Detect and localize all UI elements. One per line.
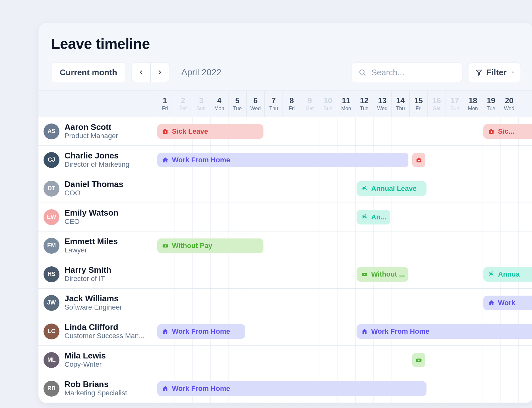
svg-line-1 (364, 74, 365, 76)
filter-button[interactable]: Filter (468, 63, 521, 82)
day-of-week: Tue (233, 106, 242, 111)
leave-bar-nopay[interactable]: Without Pay (157, 238, 263, 253)
employee-row: RB Rob Brians Marketing Specialist Work … (38, 374, 532, 403)
day-header: 13Wed (373, 91, 392, 117)
leave-bar-sick[interactable]: Sic... (483, 124, 532, 139)
leave-bar-annual[interactable]: An... (357, 210, 390, 224)
employee-cell[interactable]: ML Mila Lewis Copy-Writer (38, 346, 156, 374)
day-header: 5Tue (228, 91, 247, 117)
leave-label: Sick Leave (172, 127, 208, 136)
day-of-week: Tue (487, 106, 495, 111)
leave-timeline-card: Leave timeline Current month April 2022 (38, 22, 532, 403)
leave-bar-sick[interactable] (412, 153, 425, 167)
prev-month-button[interactable] (132, 63, 150, 82)
avatar: DT (44, 181, 59, 197)
employee-cell[interactable]: AS Aaron Scott Product Manager (38, 117, 156, 145)
employee-cell[interactable]: DT Daniel Thomas COO (38, 174, 156, 203)
day-number: 1 (163, 96, 167, 105)
leave-bar-nopay[interactable]: Without ... (357, 267, 408, 282)
avatar: HS (44, 266, 59, 282)
filter-label: Filter (486, 68, 507, 77)
current-month-button[interactable]: Current month (51, 63, 126, 82)
svg-point-19 (364, 274, 365, 275)
employee-name: Mila Lewis (65, 351, 106, 361)
day-of-week: Sun (324, 106, 332, 111)
avatar: CJ (44, 152, 59, 168)
employee-cell[interactable]: CJ Charlie Jones Director of Marketing (38, 146, 156, 174)
day-header: 20Wed (500, 91, 518, 117)
search-input[interactable] (371, 67, 455, 78)
employee-name: Aaron Scott (65, 123, 118, 132)
leave-bar-wfh[interactable]: Work From Home (157, 324, 245, 339)
timeline-track (156, 346, 532, 374)
next-month-button[interactable] (150, 63, 169, 82)
employee-name: Charlie Jones (65, 151, 129, 161)
day-number: 18 (469, 96, 477, 105)
employee-name: Harry Smith (65, 265, 111, 275)
medkit-icon (415, 157, 422, 164)
leave-bar-wfh[interactable]: Work From Home (357, 324, 532, 339)
employee-cell[interactable]: LC Linda Clifford Customer Success Man..… (38, 317, 156, 345)
day-header: 8Fri (283, 91, 301, 117)
leave-label: Work From Home (371, 327, 429, 336)
employee-role: CEO (65, 217, 119, 226)
employee-cell[interactable]: JW Jack Williams Software Engineer (38, 289, 156, 317)
day-of-week: Tue (360, 106, 369, 111)
employee-row: DT Daniel Thomas COO Annual Leave (38, 174, 532, 203)
leave-bar-wfh[interactable]: Work From Home (157, 153, 408, 167)
day-of-week: Wed (504, 106, 515, 111)
day-of-week: Fri (416, 106, 422, 111)
page-title: Leave timeline (38, 35, 532, 63)
day-header: 4Mon (210, 91, 228, 117)
employee-role: Director of IT (65, 275, 111, 283)
svg-rect-7 (164, 131, 166, 132)
leave-label: Work From Home (172, 385, 230, 393)
day-header: 6Wed (247, 91, 265, 117)
search-box[interactable] (351, 63, 462, 82)
timeline-track: Work From Home (156, 146, 532, 174)
avatar: RB (44, 381, 59, 397)
day-header: 1Fri (156, 91, 174, 117)
controls-bar: Current month April 2022 (38, 63, 532, 90)
employee-row: JW Jack Williams Software Engineer Work (38, 289, 532, 317)
plane-icon (488, 271, 495, 278)
employee-row: EM Emmett Miles Lawyer Without Pay (38, 231, 532, 260)
leave-bar-wfh[interactable]: Work (483, 296, 532, 310)
employee-cell[interactable]: EM Emmett Miles Lawyer (38, 231, 156, 260)
leave-label: Sic... (498, 127, 514, 136)
employee-cell[interactable]: EW Emily Watson CEO (38, 203, 156, 231)
day-number: 6 (253, 96, 257, 105)
cash-icon (361, 271, 368, 278)
employee-cell[interactable]: RB Rob Brians Marketing Specialist (38, 374, 156, 403)
timeline-track: Work (156, 289, 532, 317)
day-number: 11 (342, 96, 351, 105)
day-header: 19Tue (482, 91, 500, 117)
leave-bar-sick[interactable]: Sick Leave (157, 124, 263, 139)
svg-point-17 (165, 245, 166, 247)
leave-bar-annual[interactable]: Annual Leave (357, 181, 426, 196)
timeline-track: Annual Leave (156, 174, 532, 203)
leave-bar-wfh[interactable]: Work From Home (157, 381, 426, 396)
employee-role: Customer Success Man... (65, 332, 145, 340)
day-header: 14Thu (392, 91, 410, 117)
employee-row: LC Linda Clifford Customer Success Man..… (38, 317, 532, 346)
leave-bar-nopay[interactable] (412, 353, 425, 367)
day-number: 12 (360, 96, 369, 105)
leave-bar-annual[interactable]: Annua (483, 267, 532, 282)
day-header: 2Sat (174, 91, 192, 117)
home-icon (162, 385, 169, 392)
employee-cell[interactable]: HS Harry Smith Director of IT (38, 260, 156, 288)
timeline-track: An... (156, 203, 532, 231)
day-of-week: Mon (341, 106, 351, 111)
leave-label: Without Pay (172, 242, 212, 250)
timeline-track: Work From Home (156, 374, 532, 403)
svg-rect-15 (418, 160, 420, 161)
day-of-week: Fri (289, 106, 295, 111)
day-number: 20 (505, 96, 514, 105)
day-number: 13 (378, 96, 387, 105)
plane-icon (361, 214, 368, 221)
cash-icon (415, 357, 422, 364)
leave-label: An... (371, 213, 386, 221)
header-name-col (38, 91, 156, 117)
medkit-icon (488, 128, 495, 135)
